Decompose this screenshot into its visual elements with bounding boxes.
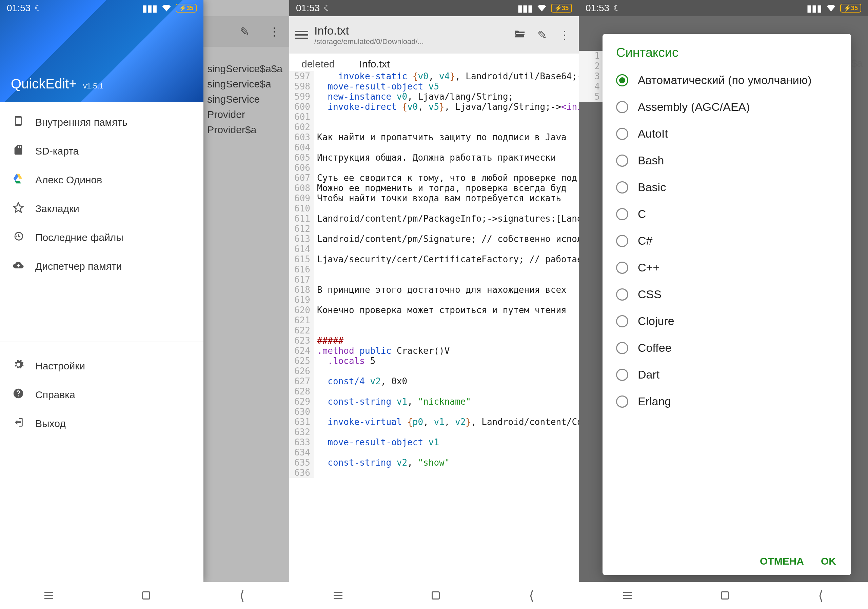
exit-icon <box>11 416 25 430</box>
drawer-item-label: Внутренняя память <box>35 117 127 128</box>
drawer-item-label: Справка <box>35 389 75 400</box>
syntax-option[interactable]: Автоматический (по умолчанию) <box>603 67 851 94</box>
recent-apps-button[interactable] <box>623 592 632 599</box>
home-button[interactable] <box>142 591 150 600</box>
editor-toolbar: Info.txt /storage/emulated/0/Download/..… <box>289 16 579 54</box>
radio-icon <box>616 155 628 167</box>
edit-icon[interactable]: ✎ <box>534 28 550 42</box>
syntax-option[interactable]: Dart <box>603 361 851 388</box>
dnd-icon: ☾ <box>613 3 621 13</box>
drawer-item-exit[interactable]: Выход <box>0 409 203 438</box>
radio-icon <box>616 101 628 113</box>
open-folder-icon[interactable] <box>512 28 528 42</box>
syntax-option[interactable]: Basic <box>603 174 851 201</box>
radio-icon <box>616 235 628 247</box>
star-icon <box>11 202 25 216</box>
divider <box>0 342 203 342</box>
option-label: Clojure <box>638 314 674 328</box>
signal-icon: ▮▮▮ <box>518 3 533 14</box>
drawer-item-gear[interactable]: Настройки <box>0 351 203 380</box>
syntax-option[interactable]: CSS <box>603 281 851 308</box>
radio-icon <box>616 288 628 301</box>
bg-fragment: $a <box>851 57 863 69</box>
battery-icon: ⚡35 <box>551 4 572 12</box>
android-navbar: ⟨ <box>579 582 868 609</box>
recent-apps-button[interactable] <box>334 592 343 599</box>
drawer-item-label: Выход <box>35 418 66 430</box>
drawer-item-label: Диспетчер памяти <box>35 261 122 272</box>
drawer-item-label: Последние файлы <box>35 232 123 243</box>
menu-icon[interactable] <box>295 29 308 41</box>
option-label: C# <box>638 234 653 247</box>
radio-icon <box>616 181 628 193</box>
ok-button[interactable]: OK <box>821 555 836 567</box>
syntax-option[interactable]: C++ <box>603 254 851 281</box>
option-label: CSS <box>638 288 662 301</box>
option-label: Erlang <box>638 395 671 408</box>
battery-icon: ⚡35 <box>176 4 197 12</box>
drawer-item-cloud[interactable]: Диспетчер памяти <box>0 252 203 281</box>
drawer-item-sd[interactable]: SD-карта <box>0 137 203 165</box>
radio-icon <box>616 128 628 140</box>
syntax-option[interactable]: Assembly (AGC/AEA) <box>603 94 851 120</box>
radio-icon <box>616 208 628 220</box>
android-navbar: ⟨ <box>0 582 289 609</box>
drawer-item-label: Настройки <box>35 360 85 372</box>
battery-icon: ⚡35 <box>840 4 861 12</box>
status-bar: 01:53 ☾ ▮▮▮ ⚡35 <box>579 0 868 16</box>
overflow-icon[interactable]: ⋮ <box>556 28 573 42</box>
radio-icon <box>616 396 628 408</box>
android-navbar: ⟨ <box>289 582 579 609</box>
navigation-drawer: 01:53 ☾ ▮▮▮ ⚡35 QuickEdit+ v1.5.1 Внутре… <box>0 0 203 582</box>
drawer-item-label: Закладки <box>35 203 79 215</box>
option-label: Dart <box>638 368 659 381</box>
option-label: Bash <box>638 154 664 167</box>
option-label: C <box>638 207 646 221</box>
syntax-option[interactable]: Erlang <box>603 388 851 415</box>
signal-icon: ▮▮▮ <box>142 3 157 14</box>
back-button[interactable]: ⟨ <box>239 587 245 603</box>
back-button[interactable]: ⟨ <box>529 587 534 603</box>
drawer-item-drive[interactable]: Алекс Одинов <box>0 165 203 194</box>
home-button[interactable] <box>721 591 729 600</box>
option-label: AutoIt <box>638 127 668 140</box>
help-icon <box>11 388 25 402</box>
clock-text: 01:53 <box>7 3 31 14</box>
drawer-item-star[interactable]: Закладки <box>0 194 203 223</box>
cloud-icon <box>11 259 25 273</box>
screen-syntax-dialog: 01:53 ☾ ▮▮▮ ⚡35 1c 2c 3c 4c 5c $a Синтак… <box>579 0 868 609</box>
history-icon <box>11 230 25 244</box>
syntax-option[interactable]: AutoIt <box>603 120 851 147</box>
drawer-item-label: SD-карта <box>35 145 79 157</box>
drive-icon <box>11 173 25 187</box>
home-button[interactable] <box>432 591 440 600</box>
radio-icon <box>616 369 628 381</box>
option-label: Coffee <box>638 341 672 354</box>
radio-icon <box>616 262 628 274</box>
back-button[interactable]: ⟨ <box>818 587 824 603</box>
phone-icon <box>11 115 25 129</box>
app-title: QuickEdit+ <box>11 76 77 91</box>
syntax-option[interactable]: C# <box>603 227 851 254</box>
option-label: C++ <box>638 261 659 274</box>
syntax-option[interactable]: Bash <box>603 147 851 174</box>
file-title: Info.txt <box>314 24 505 37</box>
cancel-button[interactable]: ОТМЕНА <box>760 555 804 567</box>
drawer-item-history[interactable]: Последние файлы <box>0 223 203 252</box>
sd-icon <box>11 144 25 158</box>
wifi-icon <box>825 2 837 15</box>
dialog-title: Синтаксис <box>603 34 851 67</box>
drawer-item-phone[interactable]: Внутренняя память <box>0 108 203 137</box>
signal-icon: ▮▮▮ <box>807 3 822 14</box>
radio-icon <box>616 74 628 87</box>
wifi-icon <box>161 2 172 15</box>
status-bar: 01:53 ☾ ▮▮▮ ⚡35 <box>289 0 579 16</box>
status-bar: 01:53 ☾ ▮▮▮ ⚡35 <box>0 0 203 16</box>
syntax-option[interactable]: Clojure <box>603 308 851 334</box>
code-editor[interactable]: 597 invoke-static {v0, v4}, Landroid/uti… <box>289 71 579 582</box>
syntax-option[interactable]: C <box>603 201 851 227</box>
syntax-option[interactable]: Coffee <box>603 334 851 361</box>
recent-apps-button[interactable] <box>44 592 53 599</box>
drawer-item-help[interactable]: Справка <box>0 380 203 409</box>
screen-drawer: ✎ ⋮ singService$a$asingService$asingServ… <box>0 0 289 609</box>
